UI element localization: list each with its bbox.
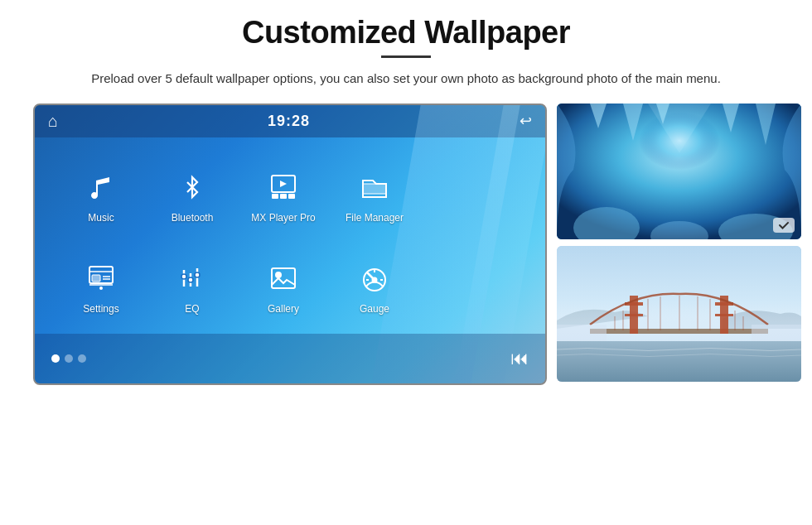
ice-shapes (557, 104, 801, 239)
mxplayer-icon (263, 167, 303, 207)
svg-point-15 (181, 274, 186, 279)
eq-label: EQ (185, 303, 199, 315)
svg-point-11 (99, 287, 103, 290)
svg-rect-18 (272, 268, 295, 288)
app-item-settings[interactable]: Settings (60, 245, 143, 328)
music-icon (81, 167, 121, 207)
dot-2[interactable] (65, 354, 73, 363)
gallery-label: Gallery (268, 303, 299, 315)
back-icon[interactable]: ↩ (520, 112, 532, 130)
dot-1[interactable] (51, 354, 60, 363)
svg-point-17 (195, 272, 200, 277)
svg-rect-36 (625, 314, 643, 316)
screen-bottom: ⏮ (35, 334, 545, 383)
app-item-mxplayer[interactable]: MX Player Pro (242, 154, 325, 237)
svg-rect-50 (752, 325, 801, 341)
bluetooth-icon (172, 167, 212, 207)
app-item-gallery[interactable]: Gallery (242, 245, 325, 328)
screen-mockup: ⌂ 19:28 ↩ Music (33, 104, 547, 385)
app-item-filemanager[interactable]: File Manager (333, 154, 416, 237)
filemanager-icon (355, 167, 394, 207)
svg-rect-39 (715, 314, 733, 316)
app-item-bluetooth[interactable]: Bluetooth (151, 154, 234, 237)
thumbnail-golden-gate[interactable] (557, 246, 801, 382)
gallery-icon (263, 258, 303, 298)
svg-rect-32 (557, 341, 801, 382)
page-container: Customized Wallpaper Preload over 5 defa… (0, 0, 812, 525)
svg-marker-1 (280, 181, 287, 187)
page-subtitle: Preload over 5 default wallpaper options… (91, 70, 721, 89)
app-grid: Music Bluetooth (35, 137, 545, 344)
home-icon[interactable]: ⌂ (48, 112, 58, 131)
app-item-gauge[interactable]: Gauge (333, 245, 416, 328)
title-underline (381, 55, 431, 58)
thumbnail-badge-ice (773, 218, 795, 233)
settings-icon (81, 258, 121, 298)
screen-time: 19:28 (268, 113, 310, 130)
svg-rect-7 (92, 275, 100, 282)
app-item-eq[interactable]: EQ (151, 245, 234, 328)
gauge-icon (355, 258, 394, 298)
svg-rect-4 (288, 194, 295, 199)
page-dots (51, 354, 86, 363)
thumbnail-ice-cave[interactable] (557, 104, 801, 239)
svg-rect-49 (557, 325, 607, 341)
mxplayer-label: MX Player Pro (251, 212, 315, 224)
app-item-music[interactable]: Music (60, 154, 143, 237)
svg-point-19 (276, 272, 281, 277)
skip-back-icon[interactable]: ⏮ (510, 348, 529, 369)
content-row: ⌂ 19:28 ↩ Music (33, 104, 779, 385)
bluetooth-label: Bluetooth (172, 212, 214, 224)
music-label: Music (88, 212, 114, 224)
filemanager-label: File Manager (346, 212, 404, 224)
side-thumbnails (557, 104, 801, 382)
svg-rect-2 (272, 194, 278, 199)
settings-label: Settings (83, 303, 118, 315)
dot-3[interactable] (78, 354, 86, 363)
screen-top-bar: ⌂ 19:28 ↩ (35, 105, 545, 137)
page-title: Customized Wallpaper (242, 15, 570, 51)
svg-rect-3 (280, 194, 287, 199)
eq-icon (172, 258, 212, 298)
svg-point-16 (188, 277, 193, 282)
gauge-label: Gauge (360, 303, 389, 315)
